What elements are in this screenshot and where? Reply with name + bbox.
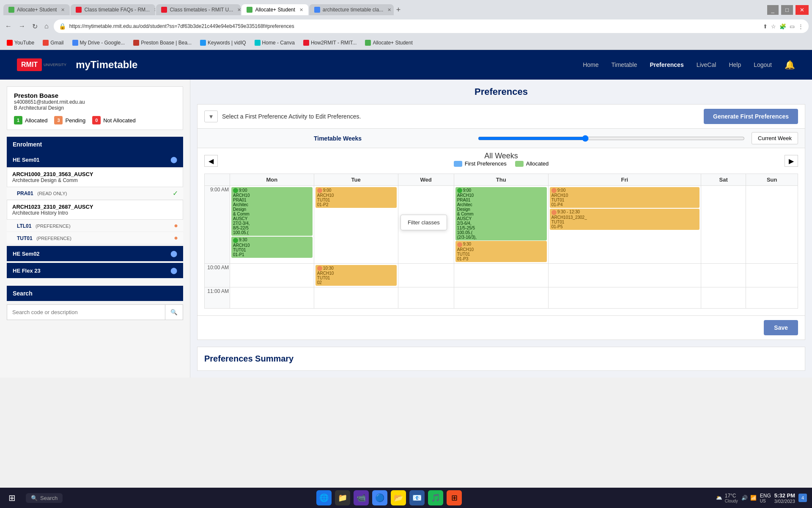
- tab-favicon-2: [76, 7, 82, 13]
- mytimetable-title: myTimetable: [76, 59, 137, 71]
- cast-icon[interactable]: ▭: [790, 23, 795, 30]
- event-thu-9am[interactable]: 9:00ARCH10PRA01ArchitecDesign& CommAUSCY…: [455, 187, 547, 240]
- badge-allocated: 1 Allocated: [14, 116, 47, 124]
- maximize-button[interactable]: □: [781, 5, 793, 15]
- taskbar-search-label[interactable]: Search: [40, 495, 58, 501]
- tab-arch[interactable]: architecture timetable cla... ✕: [309, 4, 394, 15]
- flex23-header[interactable]: HE Flex 23 ⬤: [7, 263, 183, 278]
- nav-preferences[interactable]: Preferences: [650, 61, 684, 68]
- rmit-header: RMIT UNIVERSITY myTimetable Home Timetab…: [0, 50, 812, 80]
- minimize-button[interactable]: _: [767, 5, 779, 15]
- volume-icon[interactable]: 🔊: [741, 495, 748, 501]
- back-button[interactable]: ←: [3, 21, 14, 32]
- sem02-header[interactable]: HE Sem02 ⬤: [7, 246, 183, 261]
- event-mon-9am[interactable]: 9:00ARCH10PRA01ArchitecDesign& CommAUSCY…: [231, 187, 313, 236]
- bookmark-star-icon[interactable]: ☆: [771, 23, 776, 30]
- nav-timetable[interactable]: Timetable: [612, 61, 637, 68]
- preferences-toolbar: ▼ Select a First Preference Activity to …: [198, 105, 805, 129]
- wifi-icon[interactable]: 📶: [750, 495, 757, 501]
- taskbar-windows-icon[interactable]: ⊞: [447, 490, 462, 505]
- preferences-summary-title: Preferences Summary: [204, 354, 798, 364]
- bookmark-drive[interactable]: My Drive - Google...: [69, 39, 129, 47]
- event-mon-930[interactable]: 9:30ARCH10TUT0101-P1: [231, 237, 313, 257]
- reload-button[interactable]: ↻: [30, 21, 39, 32]
- tab-timetables[interactable]: Class timetables - RMIT U... ✕: [156, 4, 241, 15]
- bookmark-allocate[interactable]: Allocate+ Student: [362, 39, 416, 47]
- nav-home[interactable]: Home: [583, 61, 598, 68]
- new-tab-button[interactable]: +: [396, 6, 401, 14]
- extensions-icon[interactable]: 🧩: [779, 23, 786, 30]
- search-section: Search 🔍: [7, 286, 183, 320]
- cell-sat-10am: [701, 263, 746, 287]
- ltl01-tag: (PREFERENCE): [36, 224, 71, 229]
- tab-close-3[interactable]: ✕: [237, 7, 241, 13]
- bookmark-vidiq[interactable]: Keywords | vidIQ: [197, 39, 249, 47]
- bookmark-canva[interactable]: Home - Canva: [251, 39, 298, 47]
- nav-livecal[interactable]: LiveCal: [697, 61, 716, 68]
- bookmark-how2rmit[interactable]: How2RMIT - RMIT...: [300, 39, 360, 47]
- notification-bell-icon[interactable]: 🔔: [785, 60, 795, 70]
- bookmark-canva-label: Home - Canva: [262, 40, 295, 46]
- canva-favicon: [255, 40, 261, 46]
- bookmark-gmail[interactable]: Gmail: [39, 39, 67, 47]
- event-tue-1030-icon: [317, 266, 322, 271]
- filter-button[interactable]: ▼: [204, 110, 218, 122]
- bookmark-preston[interactable]: Preston Boase | Bea...: [130, 39, 195, 47]
- generate-first-preferences-button[interactable]: Generate First Preferences: [704, 109, 798, 124]
- menu-icon[interactable]: ⋮: [798, 23, 804, 30]
- taskbar-meet-icon[interactable]: 📹: [354, 490, 369, 505]
- rmit-nav: Home Timetable Preferences LiveCal Help …: [583, 60, 795, 70]
- tab-favicon-1: [8, 7, 14, 13]
- bookmark-youtube[interactable]: YouTube: [3, 39, 38, 47]
- flex23-arrow: ⬤: [170, 267, 177, 274]
- tab-faq[interactable]: Class timetable FAQs - RM... ✕: [71, 4, 155, 15]
- weather-desc: Cloudy: [725, 499, 738, 503]
- tab-close-4[interactable]: ✕: [299, 7, 303, 13]
- forward-button[interactable]: →: [17, 21, 27, 32]
- tab-close-2[interactable]: ✕: [154, 7, 155, 13]
- search-button[interactable]: 🔍: [165, 305, 183, 320]
- event-thu-930-1[interactable]: 9:30ARCH10TUT0101-P3: [455, 241, 547, 262]
- weeks-slider[interactable]: [478, 135, 745, 142]
- ltl01-link[interactable]: LTL01: [17, 223, 31, 229]
- current-week-button[interactable]: Current Week: [752, 132, 798, 144]
- activity-tut01: TUT01 (PREFERENCE) ●: [7, 232, 183, 244]
- share-icon[interactable]: ⬆: [763, 23, 768, 30]
- event-tue-9am-icon: [317, 188, 322, 193]
- not-allocated-dot: 0: [92, 116, 101, 124]
- badge-pending: 3 Pending: [54, 116, 85, 124]
- nav-logout[interactable]: Logout: [754, 61, 772, 68]
- event-thu-930-2[interactable]: 9:00ARCH10TUT0101-P4: [550, 187, 700, 208]
- taskbar-explorer-icon[interactable]: 📁: [335, 490, 350, 505]
- event-thu-9am-icon: [457, 188, 462, 193]
- home-button[interactable]: ⌂: [43, 21, 50, 32]
- time-11am: 11:00 AM: [205, 287, 230, 309]
- tab-allocate-1[interactable]: Allocate+ Student ✕: [3, 4, 70, 15]
- address-bar[interactable]: 🔒 https://mytimetable.rmit.edu.au/odd/st…: [54, 19, 809, 33]
- sem01-header[interactable]: HE Sem01 ⬤: [7, 152, 183, 167]
- tut01-link[interactable]: TUT01: [17, 235, 33, 241]
- event-thu-930-2-icon: [551, 188, 557, 193]
- taskbar-spotify-icon[interactable]: 🎵: [428, 490, 443, 505]
- start-button[interactable]: ⊞: [5, 491, 19, 505]
- nav-help[interactable]: Help: [729, 61, 741, 68]
- tab-close-5[interactable]: ✕: [387, 7, 391, 13]
- calendar-next-button[interactable]: ▶: [785, 155, 798, 167]
- event-tue-1030[interactable]: 10:30ARCH10TUT0102: [315, 265, 397, 286]
- save-button[interactable]: Save: [764, 320, 798, 335]
- event-fri-930[interactable]: 9:30 - 12:30ARCH1013_2302_TUT0101-P5: [550, 209, 700, 229]
- tab-allocate-active[interactable]: Allocate+ Student ✕: [241, 4, 308, 15]
- weeks-label: Timetable Weeks: [204, 135, 471, 142]
- event-tue-9am[interactable]: 9:00ARCH10TUT0101-P2: [315, 187, 397, 208]
- pra01-link[interactable]: PRA01: [17, 190, 33, 196]
- close-button[interactable]: ✕: [796, 5, 809, 15]
- event-thu-930-1-icon: [457, 242, 462, 247]
- tab-close-1[interactable]: ✕: [61, 7, 65, 13]
- taskbar-chrome-icon[interactable]: 🌐: [316, 490, 332, 505]
- search-input[interactable]: [7, 305, 165, 320]
- taskbar-outlook-icon[interactable]: 📧: [409, 490, 425, 505]
- taskbar-files-icon[interactable]: 📂: [391, 490, 406, 505]
- notification-count[interactable]: 4: [798, 494, 807, 502]
- taskbar-google-icon[interactable]: 🔵: [372, 490, 387, 505]
- calendar-prev-button[interactable]: ◀: [204, 155, 218, 167]
